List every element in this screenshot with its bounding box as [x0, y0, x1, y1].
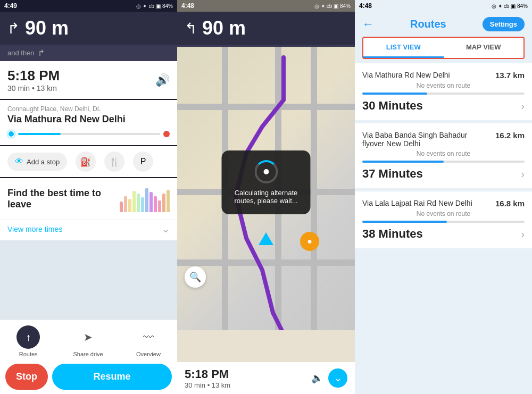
gas-station-button[interactable]: ⛽: [76, 152, 96, 172]
nav-header-1: ↰ 90 m: [0, 12, 177, 45]
tab-share-label: Share drive: [73, 351, 103, 357]
bottom-actions: Stop Resume: [0, 359, 177, 394]
route-bar-track: [362, 93, 525, 95]
map-search-button[interactable]: 🔍: [185, 266, 206, 288]
cb-icon: cb: [148, 3, 154, 9]
view-more-link[interactable]: View more times: [7, 225, 62, 233]
map-cb-icon: cb: [327, 3, 332, 9]
nav-distance-1: 90 m: [25, 17, 69, 39]
car-marker: [259, 232, 273, 245]
map-controls: 🔈 ⌄: [311, 368, 347, 388]
overview-tab-icon: 〰: [137, 325, 160, 349]
route-bar-fill: [362, 161, 444, 163]
resume-button[interactable]: Resume: [52, 364, 172, 390]
tab-routes[interactable]: ↑ Routes: [16, 325, 40, 357]
calculating-popup: Calculating alternate routes, please wai…: [222, 150, 311, 214]
time-bar-8: [154, 196, 157, 212]
tab-overview[interactable]: 〰 Overview: [136, 325, 161, 357]
route-bar-track: [362, 161, 525, 163]
time-bar-5: [141, 197, 144, 212]
route-name: Via Baba Banda Singh Bahadur flyover New…: [362, 131, 495, 148]
tab-overview-label: Overview: [136, 351, 161, 357]
panel-routes: 4:48 ◎ ✦ cb ▣ 84% ← Routes Settings LIST…: [355, 0, 532, 394]
map-bottom-bar: 5:18 PM 30 min • 13 km 🔈 ⌄: [177, 362, 355, 394]
location-pin-icon: ●: [307, 237, 312, 246]
and-then-label-1: and then: [7, 49, 35, 57]
routes-battery-icon: ▣ 84%: [511, 3, 528, 9]
routes-settings-button[interactable]: Settings: [483, 17, 525, 31]
map-expand-button[interactable]: ⌄: [328, 368, 347, 388]
route-progress-fill: [18, 133, 61, 135]
route-distance: 16.2 km: [495, 131, 525, 140]
route-start-marker: [7, 130, 15, 138]
time-bar-3: [132, 191, 136, 212]
gas-icon: ⛽: [80, 157, 91, 167]
route-distance: 13.7 km: [495, 71, 525, 80]
map-background: Calculating alternate routes, please wai…: [177, 47, 355, 330]
view-more-row: View more times ⌄: [0, 220, 177, 240]
map-distance: 90 m: [202, 17, 246, 39]
panel-map: 4:48 ◎ ✦ cb ▣ 84% ↰ 90 m and then ↱: [177, 0, 355, 394]
destination-title: Via Mathura Rd New Delhi: [7, 114, 170, 125]
arrival-details: 30 min • 13 km: [7, 84, 60, 93]
and-then-arrow-icon: ↱: [38, 48, 45, 58]
destination-subtitle: Connaught Place, New Delhi, DL: [7, 105, 170, 113]
time-bar-11: [167, 190, 170, 212]
time-bar-2: [128, 199, 131, 212]
time-bar-7: [149, 192, 153, 212]
route-list-item[interactable]: Via Lala Lajpat Rai Rd New Delhi 16.8 km…: [355, 191, 532, 248]
food-icon: 🍴: [109, 157, 120, 167]
share-tab-icon: ➤: [77, 325, 100, 349]
routes-location-icon: ◎: [492, 3, 496, 9]
stop-button[interactable]: Stop: [5, 364, 48, 390]
map-nav-header: ↰ 90 m: [177, 12, 355, 45]
map-bt-icon: ✦: [321, 3, 325, 9]
add-stop-label: Add a stop: [27, 158, 60, 166]
and-then-bar-1: and then ↱: [0, 45, 177, 61]
map-view-tab[interactable]: MAP VIEW: [444, 38, 524, 58]
route-duration: 38 Minutes: [362, 227, 423, 241]
add-stop-button[interactable]: 👁 Add a stop: [7, 153, 67, 171]
arrival-time: 5:18 PM: [7, 68, 60, 84]
location-icon: ◎: [136, 3, 141, 9]
tab-share-drive[interactable]: ➤ Share drive: [73, 325, 103, 357]
map-status-time: 4:48: [181, 2, 194, 10]
routes-tab-icon: ↑: [16, 325, 40, 349]
route-list-item[interactable]: Via Mathura Rd New Delhi 13.7 km No even…: [355, 63, 532, 120]
map-battery-icon: ▣ 84%: [334, 3, 351, 9]
route-progress: [7, 130, 170, 138]
time-bar-1: [124, 196, 127, 212]
spinner-dot: [263, 169, 269, 174]
parking-button[interactable]: P: [133, 152, 153, 172]
routes-header: ← Routes Settings: [355, 12, 532, 37]
panel-navigation: 4:49 ◎ ✦ cb ▣ 84% ↰ 90 m and then ↱ 5:18…: [0, 0, 177, 394]
battery-percent: 84%: [162, 3, 173, 9]
chevron-down-icon[interactable]: ⌄: [162, 223, 170, 235]
stops-row: 👁 Add a stop ⛽ 🍴 P: [0, 146, 177, 177]
map-area[interactable]: Calculating alternate routes, please wai…: [177, 47, 355, 330]
view-toggle: LIST VIEW MAP VIEW: [362, 37, 525, 59]
restaurant-button[interactable]: 🍴: [104, 152, 124, 172]
bluetooth-icon: ✦: [143, 3, 147, 9]
map-arrival-info: 5:18 PM 30 min • 13 km: [185, 367, 230, 389]
route-item-header: Via Lala Lajpat Rai Rd New Delhi 16.8 km: [362, 199, 525, 208]
find-best-time-card[interactable]: Find the best time to leave: [0, 178, 177, 220]
list-view-tab[interactable]: LIST VIEW: [363, 38, 444, 58]
find-time-title: Find the best time to leave: [7, 188, 103, 210]
route-bar-fill: [362, 93, 427, 95]
arrival-card: 5:18 PM 30 min • 13 km 🔊: [0, 61, 177, 99]
route-item-header: Via Mathura Rd New Delhi 13.7 km: [362, 71, 525, 80]
time-chart: [120, 186, 170, 212]
route-name: Via Lala Lajpat Rai Rd New Delhi: [362, 199, 495, 207]
map-location-icon: ◎: [314, 3, 319, 9]
routes-list: Via Mathura Rd New Delhi 13.7 km No even…: [355, 63, 532, 394]
route-list-item[interactable]: Via Baba Banda Singh Bahadur flyover New…: [355, 123, 532, 188]
map-status-icons: ◎ ✦ cb ▣ 84%: [314, 3, 351, 9]
turn-arrow-icon: ↰: [7, 20, 20, 37]
calc-spinner: [254, 160, 278, 183]
route-bar-track: [362, 221, 525, 223]
parking-icon: P: [140, 157, 146, 166]
map-sound-icon[interactable]: 🔈: [311, 372, 323, 384]
routes-back-button[interactable]: ←: [362, 18, 374, 31]
volume-icon[interactable]: 🔊: [155, 73, 170, 87]
